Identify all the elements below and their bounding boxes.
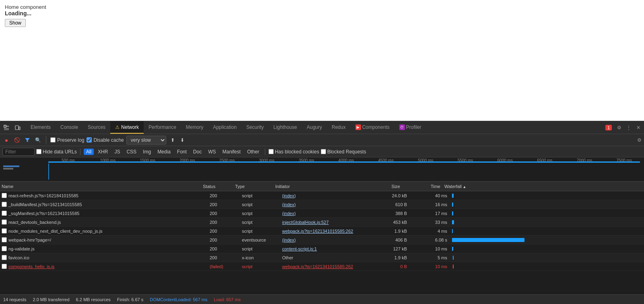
tab-elements[interactable]: Elements: [26, 121, 56, 134]
show-button[interactable]: Show: [5, 19, 26, 27]
has-blocked-cookies-label[interactable]: Has blocked cookies: [268, 149, 319, 155]
inspect-icon[interactable]: [2, 123, 11, 132]
hide-data-urls-label[interactable]: Hide data URLs: [36, 149, 77, 155]
upload-icon[interactable]: ⬆: [169, 136, 177, 144]
disable-cache-label[interactable]: Disable cache: [87, 137, 124, 143]
filter-separator-2: [265, 149, 265, 155]
table-row-error[interactable]: components_hello_js.js (failed) script w…: [0, 262, 644, 271]
row-name: components_hello_js.js: [8, 264, 210, 269]
table-row[interactable]: favicon.ico 200 x-icon Other 1.9 kB 5 ms: [0, 253, 644, 262]
blocked-requests-label[interactable]: Blocked Requests: [321, 149, 366, 155]
row-checkbox[interactable]: [2, 237, 7, 242]
table-row[interactable]: node_modules_next_dist_client_dev_noop_j…: [0, 227, 644, 236]
col-header-type[interactable]: Type: [235, 184, 275, 189]
page-title: Home component: [5, 4, 639, 10]
record-button[interactable]: ●: [2, 136, 10, 144]
filter-css-button[interactable]: CSS: [124, 149, 139, 155]
row-checkbox[interactable]: [2, 202, 7, 207]
table-row[interactable]: react_devtools_backend.js 200 script inj…: [0, 218, 644, 227]
tab-application[interactable]: Application: [208, 121, 242, 134]
clear-button[interactable]: 🚫: [13, 136, 21, 144]
filter-font-button[interactable]: Font: [175, 149, 189, 155]
row-initiator[interactable]: webpack.js?ts=1621341015585:262: [282, 264, 371, 269]
row-waterfall: [451, 200, 642, 209]
row-checkbox[interactable]: [2, 255, 7, 260]
row-name: webpack-hmr?page=/: [8, 238, 210, 242]
row-initiator[interactable]: content-script.js:1: [282, 246, 371, 251]
tab-lighthouse[interactable]: Lighthouse: [268, 121, 302, 134]
filter-doc-button[interactable]: Doc: [191, 149, 204, 155]
settings-icon[interactable]: ⚙: [615, 124, 623, 132]
row-time: 17 ms: [411, 211, 451, 216]
tab-network[interactable]: ⚠ Network: [110, 121, 144, 134]
col-header-initiator[interactable]: Initiator: [275, 184, 364, 189]
throttle-select[interactable]: No throttling Fast 3G Slow 3G very slow …: [126, 136, 166, 145]
table-row[interactable]: react-refresh.js?ts=1621841015585 200 sc…: [0, 191, 644, 200]
filter-img-button[interactable]: Img: [140, 149, 153, 155]
row-initiator[interactable]: injectGlobalHook.js:527: [282, 220, 371, 225]
row-initiator[interactable]: (index): [282, 211, 371, 216]
toolbar-settings-icon[interactable]: ⚙: [637, 137, 642, 143]
network-table[interactable]: Name Status Type Initiator Size Time Wat…: [0, 182, 644, 294]
resources-size: 6.2 MB resources: [76, 297, 111, 302]
disable-cache-checkbox[interactable]: [87, 137, 92, 143]
col-header-status[interactable]: Status: [203, 184, 235, 189]
row-initiator[interactable]: webpack.js?ts=1621341015585:262: [282, 229, 371, 234]
filter-input[interactable]: [2, 148, 35, 156]
hide-data-urls-checkbox[interactable]: [36, 149, 41, 154]
col-header-size[interactable]: Size: [364, 184, 404, 189]
close-icon[interactable]: ✕: [634, 124, 642, 132]
device-toggle-icon[interactable]: [13, 123, 23, 132]
tab-memory[interactable]: Memory: [181, 121, 208, 134]
download-icon[interactable]: ⬇: [178, 136, 186, 144]
components-plugin-icon: ▶: [355, 124, 361, 130]
blocked-requests-checkbox[interactable]: [321, 149, 326, 154]
filter-all-button[interactable]: All: [84, 149, 94, 155]
row-checkbox[interactable]: [2, 219, 7, 225]
row-checkbox[interactable]: [2, 264, 7, 269]
row-time: 10 ms: [411, 246, 451, 251]
has-blocked-cookies-checkbox[interactable]: [268, 149, 274, 154]
col-header-time[interactable]: Time: [404, 184, 444, 189]
filter-separator-1: [80, 149, 80, 155]
tab-components[interactable]: ▶ Components: [351, 121, 394, 134]
tab-augury[interactable]: Augury: [302, 121, 327, 134]
filter-manifest-button[interactable]: Manifest: [220, 149, 243, 155]
row-status: 200: [210, 229, 242, 234]
row-type: script: [242, 246, 282, 251]
preserve-log-checkbox[interactable]: [50, 137, 56, 143]
row-waterfall: [451, 218, 642, 226]
tab-profiler[interactable]: ⏱ Profiler: [394, 121, 426, 134]
tab-redux[interactable]: Redux: [327, 121, 351, 134]
tab-security[interactable]: Security: [242, 121, 268, 134]
more-icon[interactable]: ⋮: [625, 124, 633, 132]
row-checkbox[interactable]: [2, 228, 7, 234]
col-header-name[interactable]: Name: [2, 184, 203, 189]
row-size: 610 B: [371, 202, 411, 207]
table-row[interactable]: webpack-hmr?page=/ 200 eventsource (inde…: [0, 236, 644, 244]
row-waterfall: [451, 227, 642, 235]
filter-xhr-button[interactable]: XHR: [95, 149, 110, 155]
search-icon[interactable]: 🔍: [34, 136, 42, 144]
row-checkbox[interactable]: [2, 246, 7, 251]
row-initiator[interactable]: (index): [282, 238, 371, 242]
table-row[interactable]: ng-validate.js 200 script content-script…: [0, 244, 644, 253]
tab-sources[interactable]: Sources: [83, 121, 110, 134]
filter-ws-button[interactable]: WS: [206, 149, 218, 155]
filter-media-button[interactable]: Media: [155, 149, 173, 155]
row-checkbox[interactable]: [2, 211, 7, 216]
tab-console[interactable]: Console: [56, 121, 83, 134]
row-initiator[interactable]: (index): [282, 193, 371, 198]
filter-js-button[interactable]: JS: [112, 149, 122, 155]
row-checkbox[interactable]: [2, 193, 7, 198]
col-header-waterfall[interactable]: Waterfall: [444, 184, 642, 189]
filter-other-button[interactable]: Other: [245, 149, 262, 155]
table-row[interactable]: _ssgManifest.js?ts=1621341015585 200 scr…: [0, 209, 644, 218]
filter-icon[interactable]: [23, 136, 31, 144]
row-size: 24.0 kB: [371, 193, 411, 198]
tabs-list: Elements Console Sources ⚠ Network Perfo…: [26, 121, 605, 134]
row-initiator[interactable]: (index): [282, 202, 371, 207]
tab-performance[interactable]: Performance: [144, 121, 181, 134]
preserve-log-label[interactable]: Preserve log: [50, 137, 84, 143]
table-row[interactable]: _buildManifest.js?ts=1621341015585 200 s…: [0, 200, 644, 209]
